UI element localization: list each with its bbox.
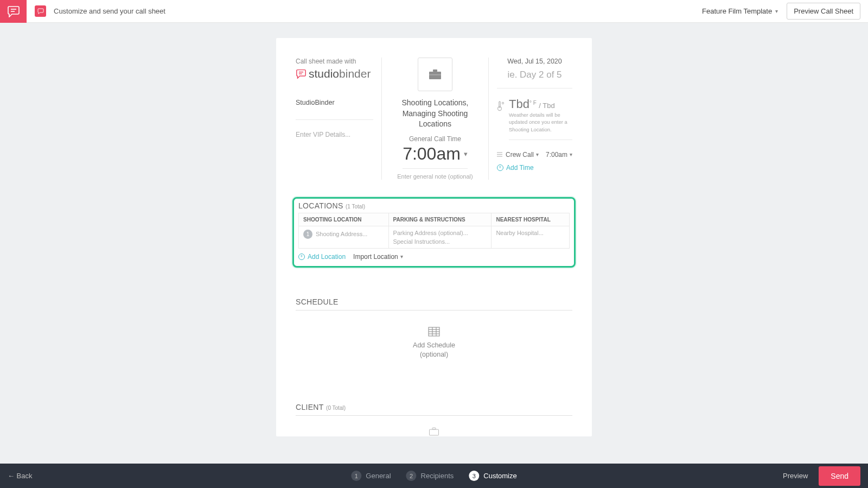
- call-time-value: 7:00am: [403, 144, 461, 164]
- locations-table: SHOOTING LOCATION PARKING & INSTRUCTIONS…: [298, 213, 570, 249]
- call-time-dropdown[interactable]: 7:00am ▾: [403, 144, 468, 169]
- location-row: 1Shooting Address... Parking Address (op…: [299, 226, 570, 248]
- schedule-title: SCHEDULE: [296, 297, 339, 306]
- locations-count: (1 Total): [346, 204, 365, 210]
- studiobinder-logo: studiobinder: [296, 67, 373, 80]
- top-bar: Customize and send your call sheet Featu…: [0, 0, 868, 23]
- step-label: Customize: [483, 472, 516, 480]
- crew-call-row[interactable]: Crew Call ▾ 7:00am ▾: [497, 151, 572, 159]
- chat-icon: [37, 8, 44, 14]
- import-location-dropdown[interactable]: Import Location ▾: [353, 253, 403, 261]
- step-customize[interactable]: 3 Customize: [469, 471, 516, 481]
- chevron-down-icon: ▾: [570, 151, 572, 157]
- weather-note: Weather details will be updated once you…: [509, 111, 572, 140]
- header-center-column: Shooting Locations, Managing Shooting Lo…: [381, 58, 489, 180]
- svg-rect-5: [433, 69, 437, 72]
- briefcase-icon: [428, 68, 442, 80]
- chat-icon: [296, 69, 307, 79]
- step-label: Recipients: [421, 472, 454, 480]
- company-name[interactable]: StudioBinder: [296, 99, 373, 120]
- step-number: 3: [469, 471, 479, 481]
- project-title[interactable]: Shooting Locations, Managing Shooting Lo…: [387, 98, 483, 130]
- made-with-label: Call sheet made with: [296, 58, 373, 65]
- preview-button[interactable]: Preview: [783, 472, 808, 480]
- row-number-badge: 1: [303, 230, 312, 239]
- general-call-label: General Call Time: [387, 135, 483, 143]
- chevron-down-icon: ▾: [775, 8, 778, 14]
- crew-call-label: Crew Call: [506, 151, 534, 159]
- step-number: 1: [351, 471, 361, 481]
- col-hospital: NEAREST HOSPITAL: [492, 213, 570, 226]
- call-sheet: Call sheet made with studiobinder Studio…: [276, 38, 592, 436]
- svg-rect-6: [429, 74, 441, 75]
- svg-rect-20: [432, 428, 436, 429]
- drag-icon[interactable]: [497, 152, 502, 157]
- locations-title: LOCATIONS: [298, 201, 343, 210]
- template-label: Feature Film Template: [702, 7, 772, 15]
- weather-low: / Tbd: [539, 102, 554, 110]
- special-instructions-input[interactable]: Special Instructions...: [393, 238, 487, 245]
- brand-light: binder: [339, 67, 371, 80]
- add-time-label: Add Time: [506, 164, 534, 172]
- shooting-cell[interactable]: 1Shooting Address...: [299, 226, 389, 248]
- plus-circle-icon: +: [298, 253, 305, 260]
- send-button[interactable]: Send: [819, 466, 860, 486]
- weather-unit: ° F: [529, 100, 537, 106]
- svg-rect-4: [429, 72, 441, 79]
- crew-call-type-dropdown[interactable]: Crew Call ▾: [506, 151, 539, 159]
- back-button[interactable]: ← Back: [8, 472, 33, 480]
- preview-call-sheet-button[interactable]: Preview Call Sheet: [787, 3, 860, 20]
- brand-strong: studio: [309, 67, 339, 80]
- col-parking: PARKING & INSTRUCTIONS: [388, 213, 492, 226]
- template-dropdown[interactable]: Feature Film Template ▾: [702, 7, 778, 15]
- project-logo-placeholder[interactable]: [418, 58, 452, 91]
- plus-circle-icon: +: [497, 164, 503, 171]
- divider: [296, 415, 572, 416]
- weather-high: Tbd: [509, 97, 529, 111]
- general-note-input[interactable]: Enter general note (optional): [387, 173, 483, 180]
- add-schedule-label: Add Schedule: [296, 341, 572, 351]
- schedule-section: SCHEDULE Add Schedule (optional): [296, 297, 572, 360]
- thermometer-icon: [497, 100, 505, 111]
- svg-point-9: [502, 102, 503, 104]
- locations-section: LOCATIONS (1 Total) SHOOTING LOCATION PA…: [296, 197, 572, 268]
- step-recipients[interactable]: 2 Recipients: [406, 471, 454, 481]
- schedule-icon: [296, 327, 572, 337]
- step-label: General: [366, 472, 391, 480]
- add-location-button[interactable]: + Add Location: [298, 253, 346, 261]
- client-section: CLIENT (0 Total): [296, 402, 572, 436]
- hospital-input[interactable]: Nearby Hospital...: [496, 230, 543, 236]
- import-location-label: Import Location: [353, 253, 398, 261]
- shoot-date[interactable]: Wed, Jul 15, 2020: [497, 58, 572, 65]
- step-general[interactable]: 1 General: [351, 471, 391, 481]
- chevron-down-icon: ▾: [536, 151, 539, 157]
- footer-bar: ← Back 1 General 2 Recipients 3 Customiz…: [0, 464, 868, 488]
- chat-icon: [7, 5, 20, 17]
- parking-cell[interactable]: Parking Address (optional)... Special In…: [388, 226, 492, 248]
- client-title: CLIENT: [296, 403, 324, 411]
- hospital-cell[interactable]: Nearby Hospital...: [492, 226, 570, 248]
- parking-address-input[interactable]: Parking Address (optional)...: [393, 230, 487, 236]
- add-schedule-optional: (optional): [296, 350, 572, 360]
- add-location-label: Add Location: [308, 253, 346, 261]
- client-icon[interactable]: [296, 427, 572, 436]
- day-of-days[interactable]: ie. Day 2 of 5: [497, 69, 572, 88]
- step-number: 2: [406, 471, 417, 481]
- mini-icon: [35, 5, 46, 17]
- chevron-down-icon: ▾: [400, 253, 403, 259]
- crew-call-time-dropdown[interactable]: 7:00am ▾: [546, 151, 572, 159]
- shooting-address-input[interactable]: Shooting Address...: [316, 231, 367, 237]
- chevron-down-icon: ▾: [464, 150, 468, 158]
- vip-input[interactable]: Enter VIP Details...: [296, 131, 373, 138]
- brand-logo[interactable]: [0, 0, 27, 23]
- page-title: Customize and send your call sheet: [54, 7, 165, 15]
- divider: [296, 310, 572, 310]
- weather-block: Tbd° F / Tbd Weather details will be upd…: [497, 98, 572, 140]
- add-schedule-button[interactable]: Add Schedule (optional): [296, 327, 572, 360]
- header-left-column: Call sheet made with studiobinder Studio…: [296, 58, 381, 180]
- crew-call-time: 7:00am: [546, 151, 567, 159]
- stepper: 1 General 2 Recipients 3 Customize: [351, 471, 516, 481]
- col-shooting: SHOOTING LOCATION: [299, 213, 389, 226]
- svg-rect-19: [430, 429, 439, 435]
- add-time-button[interactable]: + Add Time: [497, 164, 572, 172]
